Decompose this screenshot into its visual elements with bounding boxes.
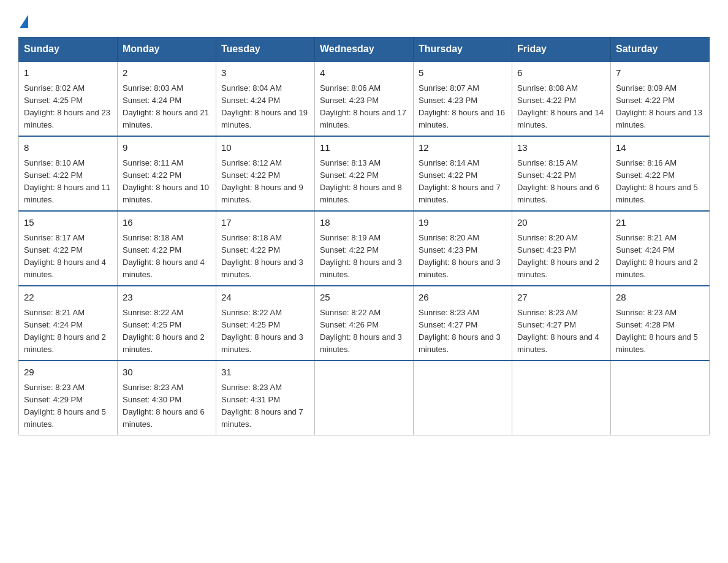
day-cell-6: 6 Sunrise: 8:08 AMSunset: 4:22 PMDayligh…	[512, 61, 611, 136]
day-number: 15	[24, 216, 112, 230]
day-cell-1: 1 Sunrise: 8:02 AMSunset: 4:25 PMDayligh…	[19, 61, 118, 136]
day-number: 22	[24, 291, 112, 305]
day-number: 30	[123, 366, 211, 380]
day-info: Sunrise: 8:16 AMSunset: 4:22 PMDaylight:…	[616, 158, 698, 204]
day-cell-16: 16 Sunrise: 8:18 AMSunset: 4:22 PMDaylig…	[118, 211, 216, 286]
day-number: 13	[517, 141, 605, 155]
day-info: Sunrise: 8:23 AMSunset: 4:30 PMDaylight:…	[123, 383, 205, 429]
day-number: 12	[419, 141, 507, 155]
day-number: 4	[320, 66, 408, 80]
calendar-table: SundayMondayTuesdayWednesdayThursdayFrid…	[18, 37, 710, 435]
day-info: Sunrise: 8:21 AMSunset: 4:24 PMDaylight:…	[24, 308, 106, 354]
day-cell-3: 3 Sunrise: 8:04 AMSunset: 4:24 PMDayligh…	[216, 61, 315, 136]
day-info: Sunrise: 8:03 AMSunset: 4:24 PMDaylight:…	[123, 83, 209, 129]
day-info: Sunrise: 8:20 AMSunset: 4:23 PMDaylight:…	[517, 233, 599, 279]
day-info: Sunrise: 8:18 AMSunset: 4:22 PMDaylight:…	[221, 233, 303, 279]
day-info: Sunrise: 8:11 AMSunset: 4:22 PMDaylight:…	[123, 158, 209, 204]
day-info: Sunrise: 8:22 AMSunset: 4:25 PMDaylight:…	[123, 308, 205, 354]
day-cell-9: 9 Sunrise: 8:11 AMSunset: 4:22 PMDayligh…	[118, 136, 216, 211]
weekday-header-friday: Friday	[512, 37, 611, 62]
day-cell-11: 11 Sunrise: 8:13 AMSunset: 4:22 PMDaylig…	[315, 136, 414, 211]
day-info: Sunrise: 8:22 AMSunset: 4:25 PMDaylight:…	[221, 308, 303, 354]
day-info: Sunrise: 8:23 AMSunset: 4:28 PMDaylight:…	[616, 308, 698, 354]
day-number: 2	[123, 66, 211, 80]
day-info: Sunrise: 8:23 AMSunset: 4:27 PMDaylight:…	[419, 308, 501, 354]
logo-triangle-icon	[20, 15, 28, 28]
day-info: Sunrise: 8:04 AMSunset: 4:24 PMDaylight:…	[221, 83, 308, 129]
day-cell-31: 31 Sunrise: 8:23 AMSunset: 4:31 PMDaylig…	[216, 361, 315, 435]
day-number: 14	[616, 141, 704, 155]
day-number: 25	[320, 291, 408, 305]
day-cell-7: 7 Sunrise: 8:09 AMSunset: 4:22 PMDayligh…	[611, 61, 710, 136]
day-number: 26	[419, 291, 507, 305]
day-info: Sunrise: 8:15 AMSunset: 4:22 PMDaylight:…	[517, 158, 599, 204]
weekday-header-saturday: Saturday	[611, 37, 710, 62]
day-info: Sunrise: 8:22 AMSunset: 4:26 PMDaylight:…	[320, 308, 402, 354]
day-number: 1	[24, 66, 112, 80]
day-number: 27	[517, 291, 605, 305]
day-cell-4: 4 Sunrise: 8:06 AMSunset: 4:23 PMDayligh…	[315, 61, 414, 136]
day-cell-28: 28 Sunrise: 8:23 AMSunset: 4:28 PMDaylig…	[611, 286, 710, 361]
day-cell-24: 24 Sunrise: 8:22 AMSunset: 4:25 PMDaylig…	[216, 286, 315, 361]
weekday-header-monday: Monday	[118, 37, 216, 62]
day-cell-21: 21 Sunrise: 8:21 AMSunset: 4:24 PMDaylig…	[611, 211, 710, 286]
day-cell-19: 19 Sunrise: 8:20 AMSunset: 4:23 PMDaylig…	[414, 211, 512, 286]
day-cell-10: 10 Sunrise: 8:12 AMSunset: 4:22 PMDaylig…	[216, 136, 315, 211]
day-cell-12: 12 Sunrise: 8:14 AMSunset: 4:22 PMDaylig…	[414, 136, 512, 211]
day-cell-15: 15 Sunrise: 8:17 AMSunset: 4:22 PMDaylig…	[19, 211, 118, 286]
day-info: Sunrise: 8:20 AMSunset: 4:23 PMDaylight:…	[419, 233, 501, 279]
day-info: Sunrise: 8:23 AMSunset: 4:27 PMDaylight:…	[517, 308, 599, 354]
day-cell-8: 8 Sunrise: 8:10 AMSunset: 4:22 PMDayligh…	[19, 136, 118, 211]
day-info: Sunrise: 8:06 AMSunset: 4:23 PMDaylight:…	[320, 83, 406, 129]
week-row-3: 15 Sunrise: 8:17 AMSunset: 4:22 PMDaylig…	[19, 211, 710, 286]
day-cell-20: 20 Sunrise: 8:20 AMSunset: 4:23 PMDaylig…	[512, 211, 611, 286]
day-cell-30: 30 Sunrise: 8:23 AMSunset: 4:30 PMDaylig…	[118, 361, 216, 435]
day-number: 3	[221, 66, 309, 80]
day-number: 7	[616, 66, 704, 80]
page-header	[18, 12, 710, 26]
day-info: Sunrise: 8:18 AMSunset: 4:22 PMDaylight:…	[123, 233, 205, 279]
day-number: 18	[320, 216, 408, 230]
day-cell-29: 29 Sunrise: 8:23 AMSunset: 4:29 PMDaylig…	[19, 361, 118, 435]
day-number: 28	[616, 291, 704, 305]
day-cell-23: 23 Sunrise: 8:22 AMSunset: 4:25 PMDaylig…	[118, 286, 216, 361]
day-cell-27: 27 Sunrise: 8:23 AMSunset: 4:27 PMDaylig…	[512, 286, 611, 361]
day-number: 20	[517, 216, 605, 230]
day-number: 10	[221, 141, 309, 155]
day-number: 9	[123, 141, 211, 155]
week-row-2: 8 Sunrise: 8:10 AMSunset: 4:22 PMDayligh…	[19, 136, 710, 211]
day-info: Sunrise: 8:07 AMSunset: 4:23 PMDaylight:…	[419, 83, 505, 129]
day-cell-26: 26 Sunrise: 8:23 AMSunset: 4:27 PMDaylig…	[414, 286, 512, 361]
day-number: 31	[221, 366, 309, 380]
day-cell-18: 18 Sunrise: 8:19 AMSunset: 4:22 PMDaylig…	[315, 211, 414, 286]
weekday-header-tuesday: Tuesday	[216, 37, 315, 62]
day-number: 5	[419, 66, 507, 80]
empty-cell	[315, 361, 414, 435]
day-number: 19	[419, 216, 507, 230]
day-info: Sunrise: 8:08 AMSunset: 4:22 PMDaylight:…	[517, 83, 604, 129]
weekday-header-thursday: Thursday	[414, 37, 512, 62]
day-number: 29	[24, 366, 112, 380]
day-info: Sunrise: 8:23 AMSunset: 4:31 PMDaylight:…	[221, 383, 303, 429]
week-row-1: 1 Sunrise: 8:02 AMSunset: 4:25 PMDayligh…	[19, 61, 710, 136]
day-cell-22: 22 Sunrise: 8:21 AMSunset: 4:24 PMDaylig…	[19, 286, 118, 361]
day-number: 8	[24, 141, 112, 155]
day-cell-13: 13 Sunrise: 8:15 AMSunset: 4:22 PMDaylig…	[512, 136, 611, 211]
day-info: Sunrise: 8:21 AMSunset: 4:24 PMDaylight:…	[616, 233, 698, 279]
weekday-header-row: SundayMondayTuesdayWednesdayThursdayFrid…	[19, 37, 710, 62]
day-cell-2: 2 Sunrise: 8:03 AMSunset: 4:24 PMDayligh…	[118, 61, 216, 136]
empty-cell	[512, 361, 611, 435]
day-cell-25: 25 Sunrise: 8:22 AMSunset: 4:26 PMDaylig…	[315, 286, 414, 361]
day-info: Sunrise: 8:12 AMSunset: 4:22 PMDaylight:…	[221, 158, 303, 204]
day-number: 6	[517, 66, 605, 80]
day-number: 17	[221, 216, 309, 230]
day-number: 16	[123, 216, 211, 230]
day-info: Sunrise: 8:17 AMSunset: 4:22 PMDaylight:…	[24, 233, 106, 279]
day-number: 21	[616, 216, 704, 230]
weekday-header-sunday: Sunday	[19, 37, 118, 62]
empty-cell	[414, 361, 512, 435]
empty-cell	[611, 361, 710, 435]
day-info: Sunrise: 8:23 AMSunset: 4:29 PMDaylight:…	[24, 383, 106, 429]
week-row-4: 22 Sunrise: 8:21 AMSunset: 4:24 PMDaylig…	[19, 286, 710, 361]
day-cell-14: 14 Sunrise: 8:16 AMSunset: 4:22 PMDaylig…	[611, 136, 710, 211]
